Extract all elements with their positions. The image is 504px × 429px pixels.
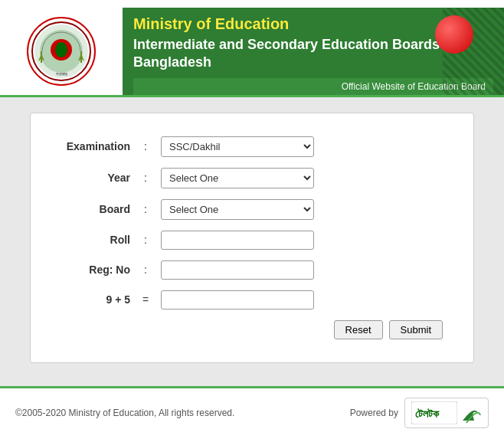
reg-colon: : xyxy=(138,264,153,276)
year-colon: : xyxy=(138,172,153,184)
board-colon: : xyxy=(138,203,153,215)
page-header: সরকার Ministry of Education Intermediate… xyxy=(0,0,504,97)
year-control: Select One 2020 2019 2018 xyxy=(153,168,458,188)
powered-by: Powered by টেলটক xyxy=(350,398,489,428)
reset-button[interactable]: Reset xyxy=(334,320,383,339)
reg-input[interactable] xyxy=(161,260,314,280)
button-row: Reset Submit xyxy=(46,320,458,339)
examination-row: Examination : SSC/Dakhil HSC/Alim JSC/JD… xyxy=(46,136,458,157)
powered-by-label: Powered by xyxy=(350,408,398,418)
logo-area: সরকার xyxy=(0,12,123,90)
captcha-input[interactable] xyxy=(161,290,314,309)
title-area: Ministry of Education Intermediate and S… xyxy=(123,8,504,95)
examination-control: SSC/Dakhil HSC/Alim JSC/JDC xyxy=(153,136,458,157)
reg-control xyxy=(153,260,458,280)
roll-control xyxy=(153,231,458,250)
examination-select[interactable]: SSC/Dakhil HSC/Alim JSC/JDC xyxy=(161,136,314,157)
red-ball-decoration xyxy=(435,15,473,54)
official-bar: Official Website of Education Board xyxy=(133,78,493,95)
board-control: Select One Dhaka Chittagong Rajshahi xyxy=(153,199,458,220)
page-footer: ©2005-2020 Ministry of Education, All ri… xyxy=(0,386,504,429)
svg-text:টেলটক: টেলটক xyxy=(415,408,440,420)
examination-label: Examination xyxy=(46,140,138,152)
svg-point-4 xyxy=(55,42,67,57)
year-select[interactable]: Select One 2020 2019 2018 xyxy=(161,168,314,188)
main-content: Examination : SSC/Dakhil HSC/Alim JSC/JD… xyxy=(0,97,504,378)
year-row: Year : Select One 2020 2019 2018 xyxy=(46,168,458,188)
board-select[interactable]: Select One Dhaka Chittagong Rajshahi xyxy=(161,199,314,220)
emblem-logo: সরকার xyxy=(27,17,96,86)
captcha-row: 9 + 5 = xyxy=(46,290,458,309)
captcha-label: 9 + 5 xyxy=(46,293,138,306)
form-container: Examination : SSC/Dakhil HSC/Alim JSC/JD… xyxy=(30,113,474,363)
submit-button[interactable]: Submit xyxy=(389,320,443,339)
board-label: Board xyxy=(46,203,138,215)
year-label: Year xyxy=(46,172,138,184)
reg-label: Reg: No xyxy=(46,264,138,276)
roll-row: Roll : xyxy=(46,231,458,250)
examination-colon: : xyxy=(138,140,153,152)
roll-colon: : xyxy=(138,234,153,246)
copyright-text: ©2005-2020 Ministry of Education, All ri… xyxy=(15,408,234,418)
svg-text:সরকার: সরকার xyxy=(56,71,67,77)
board-row: Board : Select One Dhaka Chittagong Rajs… xyxy=(46,199,458,220)
captcha-equals: = xyxy=(138,293,153,306)
roll-input[interactable] xyxy=(161,231,314,250)
roll-label: Roll xyxy=(46,234,138,246)
captcha-control xyxy=(153,290,458,309)
reg-row: Reg: No : xyxy=(46,260,458,280)
teletalk-logo: টেলটক xyxy=(404,398,489,428)
